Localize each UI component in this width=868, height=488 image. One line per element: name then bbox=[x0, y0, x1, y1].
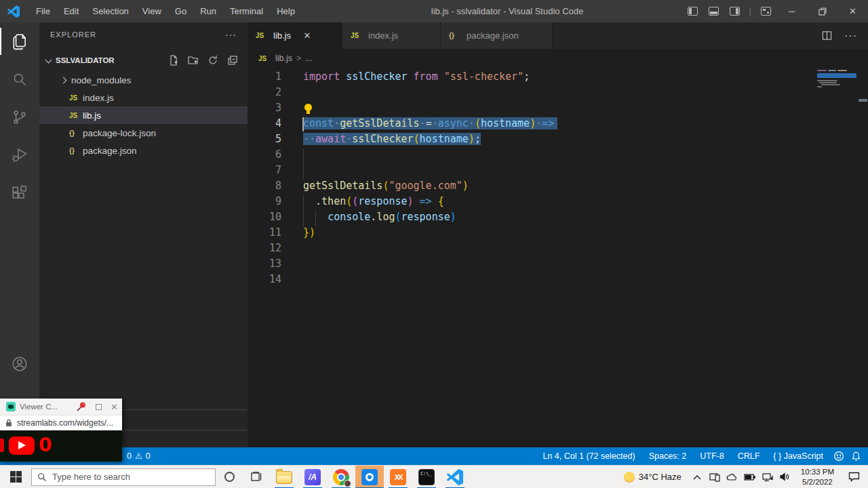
viewer-count-window[interactable]: Viewer C... ✕ streamlabs.com/widgets/...… bbox=[0, 399, 122, 462]
your-phone-icon[interactable] bbox=[707, 467, 722, 487]
tab-package-json[interactable]: {} package.json bbox=[441, 22, 553, 49]
problems-indicator[interactable]: 0 ⚠ 0 bbox=[127, 451, 151, 461]
activitybar-search[interactable] bbox=[0, 60, 39, 98]
show-hidden-icons-chevron[interactable] bbox=[690, 467, 705, 487]
menu-help[interactable]: Help bbox=[270, 0, 302, 22]
code-line[interactable] bbox=[248, 86, 817, 102]
tab-close-icon[interactable]: ✕ bbox=[300, 29, 314, 43]
minimap[interactable] bbox=[817, 70, 858, 124]
taskbar-vscode[interactable] bbox=[441, 466, 469, 488]
eol-sequence[interactable]: CRLF bbox=[734, 451, 764, 461]
taskbar-search[interactable]: Type here to search bbox=[31, 468, 216, 486]
menu-view[interactable]: View bbox=[136, 0, 168, 22]
activitybar-account[interactable] bbox=[0, 345, 39, 383]
code-token bbox=[438, 70, 444, 83]
lightbulb-code-action-icon[interactable] bbox=[304, 104, 312, 111]
file-row-package-lock[interactable]: {} package-lock.json bbox=[39, 124, 248, 142]
code-line[interactable] bbox=[248, 102, 817, 117]
activitybar-run-debug[interactable] bbox=[0, 136, 39, 174]
tab-index-js[interactable]: JS index.js bbox=[342, 22, 441, 49]
pin-icon[interactable] bbox=[76, 401, 87, 412]
breadcrumb-symbol[interactable]: ... bbox=[305, 54, 312, 63]
clock-date: 5/2/2022 bbox=[801, 477, 834, 487]
restore-button[interactable] bbox=[807, 0, 837, 22]
cursor-position[interactable]: Ln 4, Col 1 (72 selected) bbox=[539, 451, 638, 461]
code-line[interactable]: .then((response) => { bbox=[248, 195, 817, 211]
close-icon[interactable]: ✕ bbox=[111, 403, 118, 411]
viewer-window-titlebar[interactable]: Viewer C... ✕ bbox=[0, 399, 122, 415]
code-line[interactable]: }) bbox=[248, 226, 817, 242]
new-folder-icon[interactable] bbox=[188, 55, 199, 66]
code-token: "ssl-checker" bbox=[444, 70, 524, 83]
code-line[interactable]: ··await·sslChecker(hostname); bbox=[248, 133, 817, 148]
error-count: 0 bbox=[127, 451, 132, 461]
code-line[interactable] bbox=[248, 164, 817, 180]
tab-lib-js[interactable]: JS lib.js ✕ bbox=[248, 22, 342, 49]
split-editor-icon[interactable] bbox=[822, 30, 832, 41]
taskbar-chrome[interactable] bbox=[327, 466, 355, 488]
activitybar-extensions[interactable] bbox=[0, 174, 39, 212]
code-token: from bbox=[414, 70, 438, 83]
taskbar-xampp[interactable]: XX bbox=[384, 466, 412, 488]
explorer-section-header[interactable]: SSLVALIDATOR bbox=[39, 52, 248, 68]
code-lines[interactable]: import sslChecker from "ssl-checker";con… bbox=[248, 70, 817, 289]
taskbar-streamlabs[interactable] bbox=[355, 466, 384, 488]
indentation[interactable]: Spaces: 2 bbox=[646, 451, 690, 461]
minimize-button[interactable]: ─ bbox=[776, 0, 807, 22]
file-row-index-js[interactable]: JS index.js bbox=[39, 89, 248, 106]
menu-go[interactable]: Go bbox=[168, 0, 193, 22]
code-line[interactable]: const·getSslDetails·=·async·(hostname)·=… bbox=[248, 117, 817, 133]
code-line[interactable] bbox=[248, 148, 817, 164]
battery-icon[interactable] bbox=[743, 467, 757, 487]
collapse-folders-icon[interactable] bbox=[227, 55, 238, 66]
feedback-icon[interactable] bbox=[833, 451, 844, 462]
menu-edit[interactable]: Edit bbox=[57, 0, 85, 22]
cortana-button[interactable] bbox=[216, 466, 243, 488]
encoding[interactable]: UTF-8 bbox=[696, 451, 727, 461]
breadcrumb-file[interactable]: lib.js bbox=[275, 54, 292, 63]
action-center-button[interactable] bbox=[842, 466, 865, 488]
code-line[interactable]: getSslDetails("google.com") bbox=[248, 180, 817, 195]
taskbar-file-explorer[interactable] bbox=[270, 466, 298, 488]
maximize-icon[interactable] bbox=[96, 404, 102, 410]
file-row-package-json[interactable]: {} package.json bbox=[39, 142, 248, 159]
customize-layout-icon[interactable] bbox=[761, 7, 771, 16]
close-button[interactable]: ✕ bbox=[837, 0, 868, 22]
code-token bbox=[303, 195, 315, 207]
language-mode[interactable]: { } JavaScript bbox=[770, 451, 827, 461]
code-line[interactable]: import sslChecker from "ssl-checker"; bbox=[248, 70, 817, 86]
taskbar-weather[interactable]: 34°C Haze bbox=[618, 472, 687, 483]
notifications-bell-icon[interactable] bbox=[851, 451, 861, 462]
task-view-button[interactable] bbox=[243, 466, 270, 488]
toggle-panel-icon[interactable] bbox=[709, 7, 719, 16]
taskbar-clock[interactable]: 10:33 PM 5/2/2022 bbox=[795, 467, 840, 487]
code-line[interactable] bbox=[248, 273, 817, 289]
code-line[interactable] bbox=[248, 258, 817, 273]
explorer-more-actions-icon[interactable]: ··· bbox=[225, 29, 237, 40]
activitybar-source-control[interactable] bbox=[0, 98, 39, 136]
activitybar-explorer[interactable] bbox=[0, 22, 39, 60]
new-file-icon[interactable] bbox=[168, 55, 179, 66]
menu-file[interactable]: File bbox=[29, 0, 57, 22]
volume-icon[interactable] bbox=[778, 467, 793, 487]
refresh-icon[interactable] bbox=[208, 55, 218, 66]
code-token: · bbox=[346, 133, 352, 145]
network-icon[interactable] bbox=[760, 467, 775, 487]
onedrive-cloud-icon[interactable] bbox=[725, 467, 740, 487]
toggle-sidebar-icon[interactable] bbox=[688, 7, 698, 16]
code-line[interactable] bbox=[248, 242, 817, 258]
menu-run[interactable]: Run bbox=[193, 0, 223, 22]
start-button[interactable] bbox=[0, 466, 31, 488]
breadcrumb[interactable]: JS lib.js > ... bbox=[248, 49, 868, 68]
viewer-url[interactable]: streamlabs.com/widgets/... bbox=[17, 418, 113, 428]
file-row-lib-js[interactable]: JS lib.js bbox=[39, 106, 248, 124]
editor-more-actions-icon[interactable]: ··· bbox=[844, 30, 857, 42]
menu-selection[interactable]: Selection bbox=[85, 0, 135, 22]
code-line[interactable]: console.log(response) bbox=[248, 211, 817, 226]
taskbar-command-prompt[interactable]: C:\_ bbox=[412, 466, 441, 488]
taskbar-app-a[interactable]: /A bbox=[298, 466, 327, 488]
viewer-address-bar[interactable]: streamlabs.com/widgets/... bbox=[0, 415, 122, 430]
file-row-node-modules[interactable]: node_modules bbox=[39, 71, 248, 89]
menu-terminal[interactable]: Terminal bbox=[223, 0, 270, 22]
toggle-secondary-sidebar-icon[interactable] bbox=[730, 7, 740, 16]
